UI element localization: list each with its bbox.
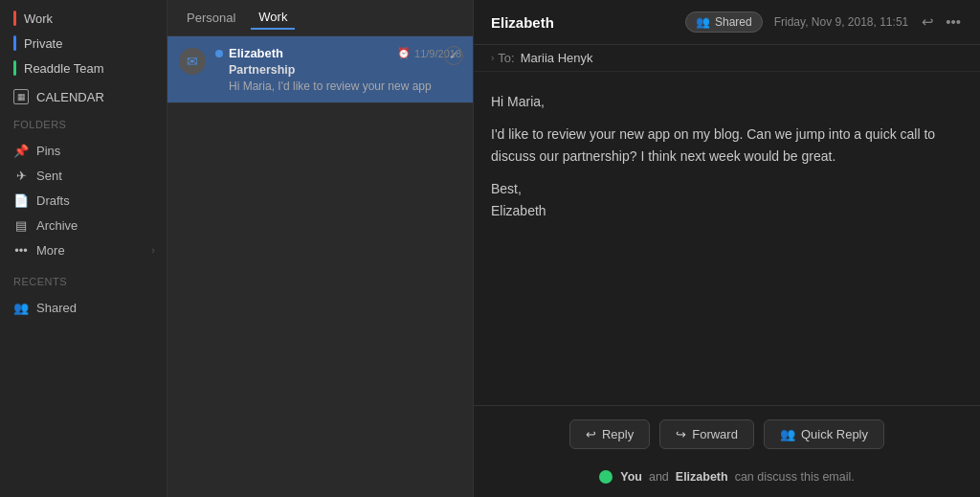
email-preview: Hi Maria, I'd like to review your new ap… <box>215 79 461 93</box>
email-top-row: Elizabeth ⏰ 11/9/2018 <box>215 46 461 60</box>
discuss-suffix: can discuss this email. <box>735 470 855 484</box>
tab-work[interactable]: Work <box>251 6 295 30</box>
discuss-row: You and Elizabeth can discuss this email… <box>474 463 980 497</box>
more-icon: ••• <box>13 242 29 258</box>
discuss-status-dot <box>599 470 612 484</box>
detail-header: Elizabeth 👥 Shared Friday, Nov 9, 2018, … <box>474 0 980 45</box>
sidebar-item-drafts[interactable]: 📄 Drafts <box>0 188 167 213</box>
drafts-label: Drafts <box>36 193 70 208</box>
email-subject: Partnership <box>215 63 461 77</box>
unread-dot <box>215 50 223 57</box>
detail-sender: Elizabeth <box>491 14 685 31</box>
forward-button[interactable]: ↪ Forward <box>659 419 754 449</box>
calendar-label: CALENDAR <box>36 90 104 104</box>
detail-action-icons: ↩ ••• <box>920 11 963 33</box>
msg-icon: ✉ <box>187 54 198 69</box>
drafts-icon: 📄 <box>13 192 29 208</box>
to-label: To: <box>498 51 514 65</box>
email-detail-panel: Elizabeth 👥 Shared Friday, Nov 9, 2018, … <box>474 0 980 497</box>
reply-arrow-icon: ↩ <box>586 427 596 441</box>
discuss-name: Elizabeth <box>676 470 728 484</box>
pins-icon: 📌 <box>13 143 29 158</box>
sidebar-item-more[interactable]: ••• More › <box>0 237 167 262</box>
email-check-circle[interactable]: ✓ <box>444 46 463 65</box>
sidebar-item-archive[interactable]: ▤ Archive <box>0 213 167 237</box>
detail-date: Friday, Nov 9, 2018, 11:51 <box>774 15 909 29</box>
sidebar-item-calendar[interactable]: ▦ CALENDAR <box>0 84 167 109</box>
forward-arrow-icon: ↪ <box>676 427 686 441</box>
reply-icon-button[interactable]: ↩ <box>920 11 936 33</box>
more-label: More <box>36 243 65 258</box>
folders-section: 📌 Pins ✈ Sent 📄 Drafts ▤ Archive ••• Mor… <box>0 134 167 266</box>
sidebar-item-pins[interactable]: 📌 Pins <box>0 138 167 163</box>
sidebar-item-readdle-label: Readdle Team <box>24 61 104 76</box>
sidebar-item-private[interactable]: Private <box>0 31 167 56</box>
sidebar-item-private-label: Private <box>24 36 62 51</box>
archive-icon: ▤ <box>13 217 29 233</box>
body-closing: Best, Elizabeth <box>491 178 963 221</box>
folders-section-title: Folders <box>0 109 167 134</box>
sidebar: Work Private Readdle Team ▦ CALENDAR Fol… <box>0 0 167 497</box>
sidebar-item-shared[interactable]: 👥 Shared <box>0 295 167 320</box>
shared-badge-icon: 👥 <box>696 15 710 29</box>
quick-reply-icon: 👥 <box>780 427 795 441</box>
sidebar-item-work[interactable]: Work <box>0 6 167 31</box>
more-options-icon[interactable]: ••• <box>944 11 963 33</box>
calendar-icon: ▦ <box>13 89 29 104</box>
recents-section: 👥 Shared <box>0 291 167 324</box>
private-indicator <box>13 35 16 51</box>
archive-label: Archive <box>36 218 78 233</box>
inbox-items: Work Private Readdle Team <box>0 0 167 84</box>
quick-reply-button[interactable]: 👥 Quick Reply <box>764 419 884 449</box>
email-sender: Elizabeth <box>229 46 397 60</box>
to-name: Mariia Henyk <box>521 51 593 65</box>
body-paragraph: I'd like to review your new app on my bl… <box>491 124 963 167</box>
body-greeting: Hi Maria, <box>491 91 963 112</box>
sent-label: Sent <box>36 169 62 183</box>
email-list-panel: Personal Work ✉ Elizabeth ⏰ 11/9/2018 Pa… <box>167 0 474 497</box>
discuss-and: and <box>649 470 669 484</box>
sent-icon: ✈ <box>13 168 29 183</box>
reply-button[interactable]: ↩ Reply <box>569 419 650 449</box>
sidebar-item-work-label: Work <box>24 11 53 26</box>
readdle-indicator <box>13 60 16 76</box>
shared-badge[interactable]: 👥 Shared <box>685 11 763 33</box>
email-actions-bar: ↩ Reply ↪ Forward 👥 Quick Reply <box>474 405 980 463</box>
email-content: Elizabeth ⏰ 11/9/2018 Partnership Hi Mar… <box>215 46 461 93</box>
chevron-right-icon: › <box>151 244 155 256</box>
clock-icon: ⏰ <box>397 47 411 59</box>
discuss-you: You <box>620 470 642 484</box>
email-to-row: › To: Mariia Henyk <box>474 45 980 72</box>
recents-section-title: Recents <box>0 266 167 291</box>
sidebar-item-sent[interactable]: ✈ Sent <box>0 163 167 188</box>
work-indicator <box>13 11 16 26</box>
shared-badge-label: Shared <box>715 15 752 29</box>
tab-personal[interactable]: Personal <box>179 7 243 29</box>
expand-arrow-icon[interactable]: › <box>491 53 494 63</box>
shared-icon: 👥 <box>13 300 29 315</box>
pins-label: Pins <box>36 144 60 158</box>
sidebar-item-readdle-team[interactable]: Readdle Team <box>0 56 167 80</box>
shared-label: Shared <box>36 301 77 315</box>
sender-avatar: ✉ <box>179 48 206 75</box>
email-item-0[interactable]: ✉ Elizabeth ⏰ 11/9/2018 Partnership Hi M… <box>167 36 473 103</box>
email-list-tabs: Personal Work <box>167 0 473 36</box>
email-body: Hi Maria, I'd like to review your new ap… <box>474 72 980 405</box>
